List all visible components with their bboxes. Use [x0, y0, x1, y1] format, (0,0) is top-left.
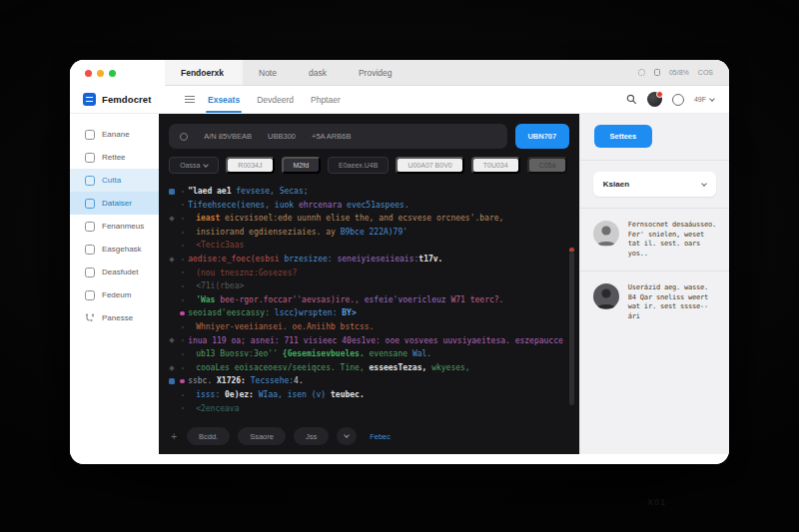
comment-item-1[interactable]: Fernsocnet desaáusseo. Fer' snielen, wes… — [580, 209, 729, 270]
commenter-avatar — [593, 283, 619, 309]
footer-button-3[interactable]: Jss — [294, 427, 329, 445]
code-token: esseesTezas, — [370, 363, 427, 372]
user-avatar[interactable] — [647, 92, 662, 107]
close-window-icon[interactable] — [85, 70, 92, 77]
sidebar-item-fedeum[interactable]: Fedeum — [70, 283, 159, 306]
code-line-1: "laed ae1 fevsese, Secas; — [166, 185, 563, 199]
comment-text: Userázid aeg. wasse. 84 Qar sneliss weer… — [628, 283, 717, 321]
chevron-down-icon — [344, 432, 350, 438]
browser-tab[interactable]: Note — [243, 60, 293, 85]
sidebar-item-fenanmeus[interactable]: Fenanmeus — [70, 215, 159, 238]
code-token: X1726: — [217, 376, 251, 385]
dot-icon — [182, 271, 184, 273]
code-line-2: Tifeehsece(ienes, iuok ehrcenara evec51a… — [166, 199, 563, 213]
gutter-dot — [177, 326, 188, 328]
editor-footer: + Bcdd. Ssaore Jss Febec — [159, 422, 579, 454]
search-segment: +5A ARB6B — [312, 132, 351, 141]
sidebar-item-deasfudet[interactable]: Deasfudet — [70, 261, 159, 283]
gutter-dot — [177, 204, 188, 206]
filter-chip-6[interactable]: T0U034 — [471, 157, 520, 174]
gutter-dot — [177, 191, 188, 193]
download-icon[interactable] — [654, 69, 660, 76]
code-token: ehrcenara — [299, 201, 347, 210]
code-token: teubec. — [331, 390, 365, 399]
code-text: insiiorand egdienseziaies. ay B9bce 222A… — [188, 226, 563, 240]
code-text: inua 119 oa; asnei: 711 visieec 40es1ve:… — [188, 334, 563, 348]
dropdown-value: Ksiaen — [603, 180, 629, 189]
browser-tab[interactable]: Provideg — [343, 60, 408, 85]
code-token: eicvsisoel:ede uunnh elise the, and ecsv… — [225, 214, 503, 223]
dot-icon — [182, 232, 184, 234]
editor-scrollbar[interactable] — [569, 252, 574, 405]
filter-chip-3[interactable]: M2fd — [282, 157, 322, 174]
nav-tab-3[interactable]: Phptaer — [311, 86, 341, 113]
filter-chip-4[interactable]: E0aeex.U4B — [328, 157, 389, 174]
nav-tab-1[interactable]: Exseats — [208, 86, 240, 113]
sidebar-item-rettee[interactable]: Rettee — [70, 146, 159, 169]
diamond-marker-icon — [169, 257, 175, 263]
diamond-marker-icon — [169, 216, 175, 222]
status-ring-icon[interactable] — [672, 94, 684, 106]
code-token: ieast — [196, 214, 225, 223]
code-text: <2enceava — [188, 402, 563, 416]
code-line-12: inua 119 oa; asnei: 711 visieec 40es1ve:… — [166, 334, 563, 348]
minimize-window-icon[interactable] — [97, 70, 104, 77]
code-text: ssbc. X1726: Tecssehe:4. — [188, 374, 563, 388]
code-line-16: isss: 0e)ez: WIaa, isen (v) teubec. — [166, 388, 563, 402]
gutter-dot — [177, 339, 188, 341]
browser-tab[interactable]: dask — [293, 60, 343, 85]
filter-chip-1[interactable]: Oassa — [169, 157, 219, 174]
account-menu[interactable]: 49F — [694, 96, 714, 103]
code-block: "laed ae1 fevsese, Secas;Tifeehsece(iene… — [159, 180, 579, 422]
right-panel: Settees Ksiaen Fernsocnet desaáusseo. Fe… — [579, 114, 729, 454]
code-token: WIaa, isen (v) — [259, 390, 331, 399]
code-token: 4. — [294, 376, 304, 385]
panel-actions: Settees — [580, 114, 729, 160]
gutter-dot — [177, 232, 188, 234]
search-input[interactable]: A/N 85VBEAB UBB300 +5A ARB6B — [169, 124, 507, 149]
filter-chip-7[interactable]: C05a — [527, 157, 568, 174]
browser-tab-active[interactable]: Fendoerxk — [165, 60, 243, 85]
sidebar-item-easgehask[interactable]: Easgehask — [70, 238, 159, 261]
comment-item-2[interactable]: Userázid aeg. wasse. 84 Qar sneliss weer… — [580, 270, 729, 333]
footer-more-button[interactable] — [337, 427, 357, 445]
code-line-13: ub13 Buossv:3eo'' {Gesemisevbueles. even… — [166, 347, 563, 361]
run-search-button[interactable]: UBN707 — [515, 124, 569, 149]
code-token: ub13 Buossv:3eo'' — [196, 349, 283, 358]
settings-button[interactable]: Settees — [594, 125, 652, 148]
footer-link[interactable]: Febec — [370, 432, 391, 441]
hamburger-menu-icon[interactable] — [185, 96, 195, 104]
code-text: <Tecic3aas — [188, 239, 563, 253]
code-line-9: 'Was bee-rgor.foccar''aevsas)ire., esfei… — [166, 293, 563, 307]
app-title: Femdocret — [102, 94, 151, 105]
gutter-dot — [177, 285, 188, 287]
commenter-avatar — [593, 221, 619, 247]
code-line-4: insiiorand egdienseziaies. ay B9bce 222A… — [166, 226, 563, 240]
code-token: <71i(rbea> — [196, 281, 244, 290]
footer-button-2[interactable]: Ssaore — [238, 427, 286, 445]
sidebar-item-dataiser[interactable]: Dataiser — [70, 192, 159, 215]
code-token: <2enceava — [196, 404, 239, 413]
sidebar-item-label: Dataiser — [102, 199, 132, 208]
code-token: <Tecic3aas — [196, 241, 244, 250]
window-footer-strip — [70, 454, 729, 464]
code-text: isss: 0e)ez: WIaa, isen (v) teubec. — [188, 388, 563, 402]
header-actions: 49F — [626, 92, 729, 107]
sidebar-item-cutta[interactable]: Cutta — [70, 169, 159, 192]
maximize-window-icon[interactable] — [109, 70, 116, 77]
filter-chip-5[interactable]: U00A07 B0V0 — [396, 157, 463, 174]
brand[interactable]: Femdocret — [70, 93, 165, 106]
diamond-marker-icon — [169, 365, 175, 371]
search-icon[interactable] — [626, 94, 637, 105]
nav-tab-2[interactable]: Devdeerd — [257, 86, 294, 113]
gear-icon[interactable] — [638, 69, 645, 76]
code-text: (nou tnesznz:Gosezes? — [188, 266, 563, 280]
footer-button-1[interactable]: Bcdd. — [187, 427, 230, 445]
desktop-background: Fendoerxk Note dask Provideg 05/8% COS F… — [0, 0, 799, 532]
sidebar-item-eanane[interactable]: Eanane — [70, 123, 159, 146]
plus-icon[interactable]: + — [171, 431, 177, 442]
chip-label: U00A07 B0V0 — [407, 162, 451, 169]
sidebar-item-panesse[interactable]: Panesse — [70, 306, 159, 329]
panel-dropdown[interactable]: Ksiaen — [593, 172, 716, 197]
filter-chip-2[interactable]: R0034J — [226, 157, 274, 174]
